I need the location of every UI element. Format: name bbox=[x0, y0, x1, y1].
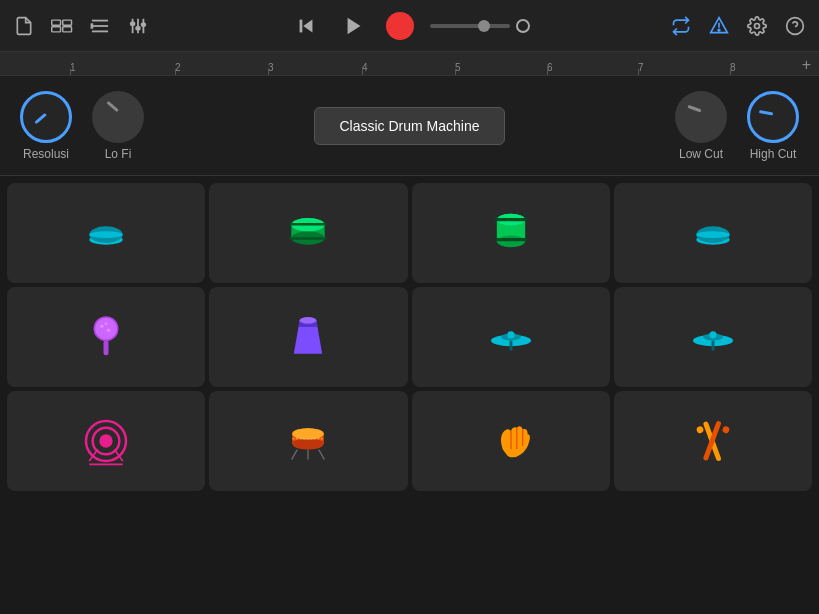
preset-name-area: Classic Drum Machine bbox=[164, 107, 655, 145]
svg-point-46 bbox=[105, 322, 108, 325]
svg-point-45 bbox=[107, 329, 110, 332]
drum-grid bbox=[3, 179, 816, 495]
svg-marker-16 bbox=[347, 17, 360, 34]
toolbar bbox=[0, 0, 819, 52]
pad-snare[interactable] bbox=[209, 183, 407, 283]
svg-point-64 bbox=[293, 438, 324, 449]
volume-slider[interactable] bbox=[430, 24, 510, 28]
svg-point-44 bbox=[100, 325, 103, 328]
snare2-icon bbox=[283, 416, 333, 466]
sticks-icon bbox=[688, 416, 738, 466]
lofi-label: Lo Fi bbox=[105, 147, 132, 161]
clap-icon bbox=[486, 416, 536, 466]
resolusi-knob-group: Resolusi bbox=[20, 91, 72, 161]
pad-cowbell[interactable] bbox=[209, 287, 407, 387]
lofi-knob[interactable] bbox=[92, 91, 144, 143]
svg-rect-2 bbox=[52, 26, 61, 31]
play-button[interactable] bbox=[338, 10, 370, 42]
svg-rect-55 bbox=[711, 341, 714, 351]
snare-icon bbox=[283, 208, 333, 258]
resolusi-label: Resolusi bbox=[23, 147, 69, 161]
svg-point-65 bbox=[293, 428, 324, 439]
low-cut-label: Low Cut bbox=[679, 147, 723, 161]
list-view-icon[interactable] bbox=[86, 12, 114, 40]
resolusi-knob[interactable] bbox=[20, 91, 72, 143]
triangle-icon[interactable] bbox=[705, 12, 733, 40]
loop-icon[interactable] bbox=[667, 12, 695, 40]
record-button[interactable] bbox=[386, 12, 414, 40]
svg-point-54 bbox=[709, 331, 716, 338]
svg-point-34 bbox=[496, 236, 524, 248]
preset-button[interactable]: Classic Drum Machine bbox=[314, 107, 504, 145]
svg-rect-0 bbox=[52, 20, 61, 25]
pad-hihat-open[interactable] bbox=[614, 183, 812, 283]
svg-rect-42 bbox=[104, 340, 109, 355]
new-file-icon[interactable] bbox=[10, 12, 38, 40]
lofi-knob-group: Lo Fi bbox=[92, 91, 144, 161]
maraca-icon bbox=[81, 312, 131, 362]
svg-point-50 bbox=[507, 331, 514, 338]
bass-icon bbox=[486, 208, 536, 258]
pad-maraca[interactable] bbox=[7, 287, 205, 387]
view-toggle-icon[interactable] bbox=[48, 12, 76, 40]
svg-rect-37 bbox=[495, 238, 527, 241]
pad-target[interactable] bbox=[7, 391, 205, 491]
svg-rect-12 bbox=[136, 26, 140, 29]
volume-knob[interactable] bbox=[516, 19, 530, 33]
high-cut-knob[interactable] bbox=[747, 91, 799, 143]
svg-point-40 bbox=[696, 231, 729, 238]
svg-rect-11 bbox=[131, 22, 135, 25]
ruler: 1 2 3 4 5 6 7 8 + bbox=[0, 52, 819, 76]
svg-rect-51 bbox=[509, 341, 512, 351]
svg-point-25 bbox=[89, 231, 122, 238]
cymbal-icon bbox=[486, 312, 536, 362]
svg-line-69 bbox=[319, 450, 325, 460]
pad-hihat-closed[interactable] bbox=[7, 183, 205, 283]
cymbal2-icon bbox=[688, 312, 738, 362]
pad-bass[interactable] bbox=[412, 183, 610, 283]
mixer-icon[interactable] bbox=[124, 12, 152, 40]
target-icon bbox=[81, 416, 131, 466]
svg-rect-3 bbox=[63, 26, 72, 31]
transport-controls bbox=[290, 10, 530, 42]
cowbell-icon bbox=[283, 312, 333, 362]
pad-clap[interactable] bbox=[412, 391, 610, 491]
svg-point-58 bbox=[99, 434, 112, 447]
pad-cymbal2[interactable] bbox=[614, 287, 812, 387]
svg-rect-13 bbox=[142, 23, 146, 26]
toolbar-right bbox=[667, 12, 809, 40]
hihat-open-icon bbox=[688, 208, 738, 258]
pad-snare2[interactable] bbox=[209, 391, 407, 491]
controls-area: Resolusi Lo Fi Classic Drum Machine Low … bbox=[0, 76, 819, 176]
svg-line-67 bbox=[292, 450, 298, 460]
svg-rect-36 bbox=[495, 218, 527, 221]
help-icon[interactable] bbox=[781, 12, 809, 40]
high-cut-knob-group: High Cut bbox=[747, 91, 799, 161]
svg-rect-1 bbox=[63, 20, 72, 25]
svg-rect-31 bbox=[290, 237, 327, 240]
svg-rect-30 bbox=[290, 223, 327, 226]
svg-marker-14 bbox=[303, 19, 312, 32]
svg-point-20 bbox=[755, 23, 760, 28]
pad-sticks[interactable] bbox=[614, 391, 812, 491]
ruler-add-button[interactable]: + bbox=[802, 56, 811, 74]
svg-point-76 bbox=[722, 425, 731, 434]
svg-point-75 bbox=[696, 425, 705, 434]
high-cut-label: High Cut bbox=[750, 147, 797, 161]
settings-icon[interactable] bbox=[743, 12, 771, 40]
svg-rect-15 bbox=[299, 19, 302, 32]
back-button[interactable] bbox=[290, 10, 322, 42]
low-cut-knob[interactable] bbox=[675, 91, 727, 143]
drum-grid-container bbox=[0, 176, 819, 614]
low-cut-knob-group: Low Cut bbox=[675, 91, 727, 161]
pad-cymbal[interactable] bbox=[412, 287, 610, 387]
svg-point-19 bbox=[718, 29, 720, 31]
hihat-closed-icon bbox=[81, 208, 131, 258]
svg-point-47 bbox=[300, 317, 317, 324]
